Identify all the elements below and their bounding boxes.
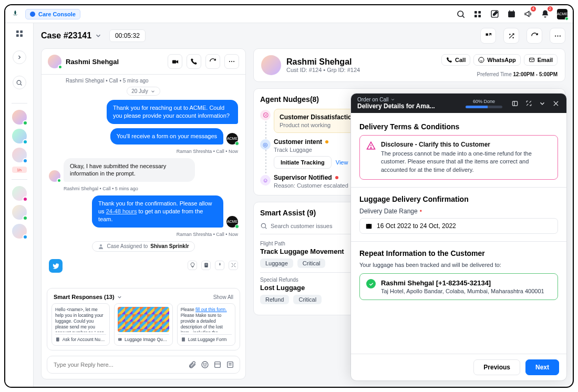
search-icon[interactable]	[456, 9, 466, 19]
close-panel-icon[interactable]	[552, 99, 560, 108]
case-timer: 00:05:32	[109, 29, 146, 42]
reply-composer[interactable]	[47, 356, 240, 374]
panel-progress: 60% Done	[462, 99, 505, 108]
chat-more-icon[interactable]	[224, 54, 239, 69]
date-separator: 20 July	[127, 87, 160, 96]
svg-point-26	[233, 61, 234, 62]
rail-contact-6[interactable]	[12, 224, 27, 239]
customer-avatar-icon	[49, 170, 60, 182]
svg-point-33	[119, 339, 120, 339]
whatsapp-button[interactable]: WhatsApp	[473, 54, 520, 66]
view-link[interactable]: View	[336, 159, 348, 166]
message-stamp: Rashmi Shehgal • Call • 5 mins ago	[49, 186, 238, 191]
delivery-details-panel: Order on Call Delivery Details for Ama..…	[351, 94, 566, 380]
message-stamp: Raman Shreshta • Call • Now	[49, 232, 238, 237]
initiate-tracking-button[interactable]: Initiate Tracking	[274, 156, 332, 169]
template-icon[interactable]	[213, 360, 222, 369]
image-icon	[118, 337, 122, 342]
product-tab[interactable]: Care Console	[25, 9, 80, 19]
sad-face-icon: ☹	[260, 110, 271, 120]
announcements-icon[interactable]: 4	[523, 9, 533, 19]
svg-point-20	[555, 35, 556, 36]
phone-icon[interactable]	[187, 54, 201, 69]
field-label: Delivery Date Range•	[359, 208, 558, 215]
apps-icon[interactable]	[473, 9, 482, 19]
preferred-time: Preferred Time 12:00PM - 5:00PM	[477, 71, 558, 77]
agent-avatar-icon: ACME	[226, 133, 238, 145]
email-button[interactable]: Email	[524, 54, 558, 66]
chat-body: 20 July Thank you for reaching out to AC…	[42, 84, 245, 288]
date-range-field[interactable]: 16 Oct 2022 to 24 Oct, 2022	[359, 218, 558, 234]
case-header: Case #23141 00:05:32	[34, 23, 573, 48]
rail-expand-icon[interactable]	[13, 50, 26, 64]
check-icon	[366, 279, 376, 288]
svg-point-52	[370, 147, 371, 148]
customer-ids: Cust ID: #124 • Grp ID: #124	[286, 67, 360, 73]
calendar-icon[interactable]	[507, 9, 516, 19]
snippet-icon[interactable]	[226, 360, 234, 369]
attachment-icon[interactable]	[188, 360, 197, 369]
refresh-icon[interactable]	[527, 28, 542, 44]
smart-response-card[interactable]: Luggage Image Queryin...	[114, 303, 172, 346]
twitter-icon[interactable]	[49, 259, 63, 273]
rail-contact-3[interactable]	[12, 148, 27, 162]
rail-contact-2[interactable]	[12, 129, 27, 143]
next-button[interactable]: Next	[525, 359, 559, 375]
app-window: Care Console 4 2 ACME	[4, 4, 574, 388]
agent-message: You'll receive a form on your messages	[110, 128, 223, 145]
svg-point-36	[203, 364, 204, 364]
rail-search-icon[interactable]	[13, 76, 26, 89]
panel-breadcrumb[interactable]: Order on Call	[357, 97, 457, 102]
target-icon: ◎	[260, 139, 271, 150]
bulb-icon[interactable]	[188, 261, 197, 270]
reply-input[interactable]	[53, 361, 184, 368]
svg-rect-53	[366, 224, 372, 229]
call-button[interactable]: Call	[441, 54, 470, 66]
smart-response-card[interactable]: Hello <name>, let me help you in locatin…	[51, 303, 110, 346]
emoji-icon[interactable]	[201, 360, 209, 369]
sidebar-toggle-icon[interactable]	[511, 99, 519, 108]
refresh-chat-icon[interactable]	[205, 54, 220, 69]
svg-rect-34	[182, 337, 185, 342]
disclosure-box: Disclosure - Clarify this to Customer Th…	[359, 135, 558, 180]
agent-message: Thank you for the confirmation. Please a…	[92, 195, 223, 228]
svg-rect-32	[118, 338, 121, 341]
svg-point-21	[557, 35, 558, 36]
chat-card: Rashmi Shehgal Rashmi Shehgal • Call • 5…	[41, 48, 246, 379]
collapse-panel-icon[interactable]	[538, 99, 546, 108]
rail-contact-4[interactable]	[12, 186, 27, 201]
rail-sla-badge: 1h	[12, 167, 27, 173]
expand-icon[interactable]	[229, 261, 238, 270]
section-heading: Repeat Information to the Customer	[359, 249, 558, 257]
expand-panel-icon[interactable]	[524, 99, 533, 108]
leaf-icon[interactable]	[215, 261, 224, 270]
svg-rect-31	[56, 337, 59, 341]
svg-rect-3	[478, 11, 481, 14]
video-icon[interactable]	[168, 54, 182, 69]
workspace-avatar[interactable]: ACME	[557, 9, 567, 19]
presence-dot-icon	[565, 17, 569, 20]
compose-icon[interactable]	[490, 9, 499, 19]
dock-icon[interactable]	[480, 28, 496, 44]
left-rail: 1h	[5, 23, 34, 387]
rail-contact-5[interactable]	[12, 205, 27, 220]
svg-rect-4	[474, 15, 477, 17]
notifications-badge: 2	[548, 6, 553, 12]
smart-response-card[interactable]: Please fill out this form. Please Make s…	[177, 303, 235, 346]
customer-avatar-icon	[48, 55, 61, 68]
rail-contact-1[interactable]	[12, 110, 27, 125]
topbar: Care Console 4 2 ACME	[5, 5, 573, 23]
repeat-info-text: Your luggage has been tracked and will b…	[359, 262, 558, 268]
note-icon[interactable]	[201, 261, 211, 270]
rail-dashboard-icon[interactable]	[13, 27, 26, 40]
previous-button[interactable]: Previous	[473, 359, 520, 375]
customer-card: Rashmi Shehgal Cust ID: #124 • Grp ID: #…	[253, 48, 565, 82]
warning-icon	[366, 141, 376, 174]
svg-rect-17	[486, 33, 488, 35]
announcements-badge: 4	[531, 6, 536, 12]
more-icon[interactable]	[550, 28, 565, 44]
magic-icon[interactable]	[503, 28, 519, 44]
notifications-icon[interactable]: 2	[540, 9, 550, 19]
show-all-link[interactable]: Show All	[213, 294, 233, 300]
case-title[interactable]: Case #23141	[41, 31, 102, 40]
